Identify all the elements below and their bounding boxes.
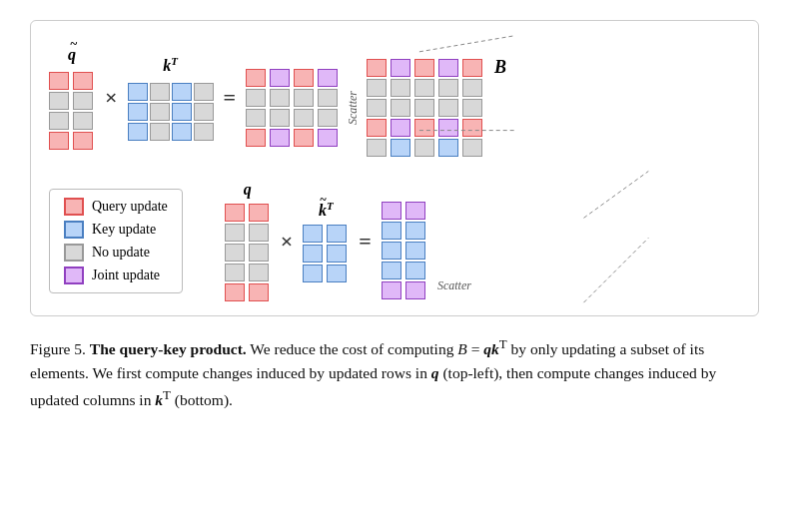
result-matrix [246, 69, 340, 147]
result-group [246, 69, 340, 147]
cell [246, 109, 266, 127]
cell [225, 204, 245, 222]
legend-color-key [64, 221, 84, 239]
cell [49, 132, 69, 150]
cell [73, 112, 93, 130]
diagram-container: ~ q × [30, 20, 759, 316]
cell [225, 224, 245, 242]
b-matrix [367, 59, 484, 157]
legend-color-joint [64, 266, 84, 284]
figure-caption: Figure 5. The query-key product. We redu… [30, 334, 759, 412]
scatter-h-label: Scatter [437, 278, 471, 293]
cell [172, 83, 192, 101]
top-equation: ~ q × [49, 39, 506, 157]
cell [270, 109, 290, 127]
legend-color-no-update [64, 244, 84, 262]
cell [462, 139, 482, 157]
cell [249, 283, 269, 301]
cell [414, 99, 434, 117]
cell [327, 265, 347, 282]
cell [249, 244, 269, 262]
cell [294, 69, 314, 87]
top-section: ~ q × [49, 39, 506, 301]
cell [405, 281, 425, 299]
cell [462, 119, 482, 137]
cell [405, 222, 425, 240]
kt-tilde-group: ~ k T [303, 200, 349, 282]
cell [382, 202, 401, 220]
b-label: B [494, 57, 506, 78]
cell [414, 139, 434, 157]
scatter-v-label: Scatter [346, 68, 361, 148]
cell [194, 123, 214, 141]
cell [318, 89, 338, 107]
cell [128, 83, 148, 101]
cell [172, 103, 192, 121]
legend-item-joint: Joint update [64, 266, 168, 284]
cell [318, 129, 338, 147]
cell [405, 202, 425, 220]
cell [382, 281, 401, 299]
cell [367, 99, 387, 117]
legend-item-key: Key update [64, 221, 168, 239]
cell [438, 59, 458, 77]
cell [49, 92, 69, 110]
cell [391, 119, 410, 137]
figure-number: Figure 5. [30, 340, 86, 357]
cell [294, 89, 314, 107]
legend-item-no-update: No update [64, 244, 168, 262]
legend-label-no-update: No update [92, 245, 150, 261]
cell [367, 59, 387, 77]
kt-tilde-matrix [303, 225, 349, 282]
cell [270, 69, 290, 87]
cell [318, 109, 338, 127]
cell [318, 69, 338, 87]
cell [405, 242, 425, 260]
cell [73, 72, 93, 90]
cell [438, 119, 458, 137]
cell [382, 242, 401, 260]
cell [270, 89, 290, 107]
cell [367, 139, 387, 157]
cell [414, 119, 434, 137]
cell [270, 129, 290, 147]
equals-op-bottom: = [359, 229, 372, 255]
bottom-section: Query update Key update No update Joint … [49, 181, 506, 301]
cell [246, 89, 266, 107]
cell [194, 83, 214, 101]
legend-label-joint: Joint update [92, 267, 160, 283]
legend-item-query: Query update [64, 198, 168, 216]
cell [391, 99, 410, 117]
cell [438, 79, 458, 97]
cell [462, 99, 482, 117]
cell [391, 139, 410, 157]
equals-op-top: = [224, 85, 237, 111]
cell [225, 264, 245, 281]
cell [128, 123, 148, 141]
cell [294, 109, 314, 127]
cell [367, 119, 387, 137]
cell [49, 112, 69, 130]
cell [405, 262, 425, 279]
cell [194, 103, 214, 121]
cell [246, 129, 266, 147]
cell [294, 129, 314, 147]
cell [303, 225, 323, 243]
legend: Query update Key update No update Joint … [49, 189, 183, 293]
kt-tilde-label: ~ k T [319, 200, 334, 220]
bottom-result-group [382, 202, 427, 299]
kt-label: kT [163, 55, 178, 75]
cell [225, 244, 245, 262]
cell [128, 103, 148, 121]
cell [172, 123, 192, 141]
cell [150, 123, 170, 141]
times-op-bottom: × [281, 229, 294, 255]
q-tilde-matrix [49, 72, 95, 150]
cell [150, 103, 170, 121]
cell [327, 225, 347, 243]
cell [414, 59, 434, 77]
qtilde-group: ~ q [49, 46, 95, 150]
legend-label-query: Query update [92, 199, 168, 215]
cell [462, 79, 482, 97]
q-label: q [244, 181, 252, 199]
